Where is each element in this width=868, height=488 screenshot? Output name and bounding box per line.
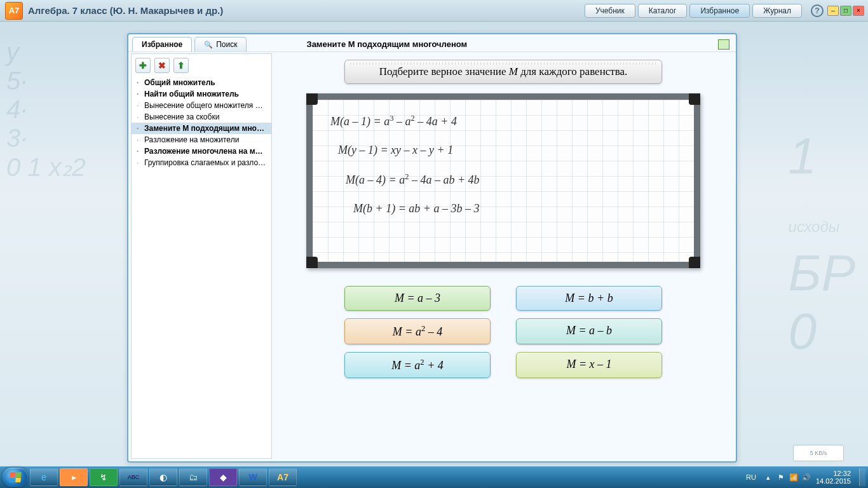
window-close-button[interactable]: × (853, 6, 864, 16)
sidebar-item-5[interactable]: Разложение на множители (132, 134, 271, 146)
top-tab-1[interactable]: Каталог (638, 4, 688, 18)
network-indicator: 5 KB/s (793, 445, 844, 461)
start-button[interactable] (3, 468, 28, 487)
tab-search-label: Поиск (216, 40, 237, 49)
answer-option-3[interactable]: M = a – b (516, 318, 662, 344)
main-panel: Избранное 🔍 Поиск Замените M подходящим … (127, 33, 737, 463)
top-tab-3[interactable]: Журнал (752, 4, 802, 18)
sidebar-item-1[interactable]: Найти общий множитель (132, 88, 271, 100)
taskbar-app-explorer[interactable]: 🗂 (179, 468, 207, 486)
taskbar-app-media[interactable]: ▸ (60, 468, 88, 486)
exercise-prompt: Подберите верное значение M для каждого … (344, 60, 662, 84)
sidebar-item-6[interactable]: Разложение многочлена на множ... (132, 146, 271, 157)
answer-option-2[interactable]: M = a2 – 4 (344, 318, 491, 344)
equation-2[interactable]: M(a – 4) = a2 – 4a – ab + 4b (346, 172, 676, 187)
taskbar-app-ie[interactable]: e (30, 468, 58, 486)
sidebar-item-0[interactable]: Общий множитель (132, 77, 271, 88)
taskbar-time: 12:32 (816, 470, 851, 477)
answer-option-4[interactable]: M = a2 + 4 (344, 352, 491, 378)
fullscreen-button[interactable] (718, 39, 729, 50)
topic-title: Замените M подходящим многочленом (306, 39, 467, 49)
sidebar-tools: ✚ ✖ ⬆ (132, 54, 271, 77)
sidebar-item-4[interactable]: Замените M подходящим многоч... (132, 123, 271, 134)
tab-favorites[interactable]: Избранное (132, 37, 192, 51)
sidebar-item-3[interactable]: Вынесение за скобки (132, 111, 271, 123)
system-tray: RU ▴ ⚑ 📶 🔊 12:32 14.02.2015 (743, 470, 851, 485)
equation-3[interactable]: M(b + 1) = ab + a – 3b – 3 (353, 202, 676, 215)
taskbar-app-chrome[interactable]: ◐ (149, 468, 177, 486)
tab-search[interactable]: 🔍 Поиск (194, 37, 247, 51)
taskbar-app-word[interactable]: W (239, 468, 267, 486)
answer-option-1[interactable]: M = b + b (516, 286, 662, 311)
taskbar-app-green[interactable]: ↯ (90, 468, 118, 486)
help-button[interactable]: ? (811, 4, 824, 17)
panel-tabs: Избранное 🔍 Поиск Замените M подходящим … (128, 34, 736, 52)
tray-network-icon[interactable]: 📶 (789, 473, 798, 482)
taskbar: e ▸ ↯ ABC ◐ 🗂 ◆ W A7 RU ▴ ⚑ 📶 🔊 12:32 14… (0, 466, 868, 488)
taskbar-app-current[interactable]: A7 (269, 468, 297, 486)
taskbar-clock[interactable]: 12:32 14.02.2015 (816, 470, 851, 485)
window-maximize-button[interactable]: □ (840, 6, 851, 16)
taskbar-app-purple[interactable]: ◆ (209, 468, 237, 486)
show-desktop-button[interactable] (859, 468, 865, 486)
tray-chevron-icon[interactable]: ▴ (764, 473, 773, 482)
search-icon: 🔍 (204, 41, 213, 49)
bg-deco-right: 1исходыБР0 (789, 127, 855, 361)
sidebar: ✚ ✖ ⬆ Общий множительНайти общий множите… (131, 53, 272, 459)
top-tab-2[interactable]: Избранное (689, 4, 750, 18)
windows-logo-icon (9, 472, 22, 482)
up-button[interactable]: ⬆ (173, 58, 189, 73)
sidebar-item-2[interactable]: Вынесение общего множителя за ... (132, 100, 271, 111)
content: Подберите верное значение M для каждого … (275, 53, 732, 458)
add-button[interactable]: ✚ (135, 58, 151, 73)
answer-option-0[interactable]: M = a – 3 (344, 286, 491, 311)
window-minimize-button[interactable]: – (827, 6, 839, 16)
equation-0[interactable]: M(a – 1) = a3 – a2 – 4a + 4 (330, 114, 676, 128)
tray-flag-icon[interactable]: ⚑ (776, 473, 785, 482)
language-indicator[interactable]: RU (743, 473, 759, 481)
taskbar-date: 14.02.2015 (816, 477, 851, 485)
app-icon: A7 (5, 2, 23, 20)
delete-button[interactable]: ✖ (154, 58, 170, 73)
bg-deco-left: y5·4·3·0 1 x₂2 (6, 38, 86, 182)
sidebar-item-7[interactable]: Группировка слагаемых и разлож... (132, 157, 271, 168)
taskbar-app-abc[interactable]: ABC (119, 468, 147, 486)
tab-favorites-label: Избранное (142, 40, 182, 49)
top-tab-0[interactable]: Учебник (585, 4, 635, 18)
answer-option-5[interactable]: M = x – 1 (516, 352, 662, 378)
equation-1[interactable]: M(y – 1) = xy – x – y + 1 (338, 144, 676, 157)
tray-volume-icon[interactable]: 🔊 (802, 473, 811, 482)
app-title: Алгебра. 7 класс (Ю. Н. Макарычев и др.) (28, 5, 223, 16)
titlebar: A7 Алгебра. 7 класс (Ю. Н. Макарычев и д… (0, 0, 868, 22)
whiteboard: M(a – 1) = a3 – a2 – 4a + 4M(y – 1) = xy… (306, 93, 700, 268)
